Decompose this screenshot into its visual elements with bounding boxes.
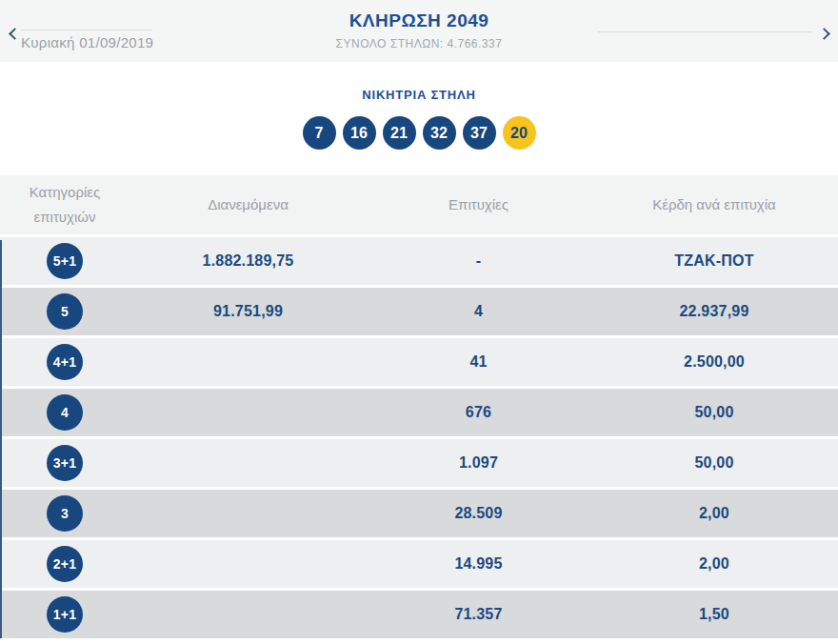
winners-count: 676	[367, 404, 590, 421]
table-row: 328.5092,00	[0, 490, 838, 537]
table-row: 1+171.3571,50	[0, 591, 838, 638]
draw-navigation-bar: Κυριακή 01/09/2019 ΚΛΗΡΩΣΗ 2049 ΣΥΝΟΛΟ Σ…	[0, 0, 838, 62]
winners-count: -	[367, 252, 590, 270]
prize-per-winner: 2.500,00	[590, 353, 838, 371]
chevron-right-icon	[818, 28, 830, 40]
column-header-winners: Επιτυχίες	[367, 192, 590, 217]
joker-draw-results-page: Κυριακή 01/09/2019 ΚΛΗΡΩΣΗ 2049 ΣΥΝΟΛΟ Σ…	[0, 0, 838, 644]
category-badge: 1+1	[47, 596, 83, 633]
winners-count: 14.995	[367, 555, 590, 573]
category-badge: 5+1	[47, 243, 83, 279]
prize-per-winner: 50,00	[590, 454, 838, 472]
distributed-amount: 1.882.189,75	[130, 252, 367, 270]
results-table-header: Κατηγορίες επιτυχιών Διανεμόμενα Επιτυχί…	[0, 175, 838, 234]
table-row: 5+11.882.189,75-ΤΖΑΚ-ΠΟΤ	[0, 237, 838, 285]
winning-column-title: ΝΙΚΗΤΡΙΑ ΣΤΗΛΗ	[0, 62, 838, 102]
category-badge: 5	[47, 293, 83, 330]
number-ball: 37	[463, 116, 496, 150]
category-badge: 3+1	[47, 445, 83, 481]
winners-count: 28.509	[367, 505, 590, 522]
results-table: Κατηγορίες επιτυχιών Διανεμόμενα Επιτυχί…	[0, 175, 838, 638]
draw-title: ΚΛΗΡΩΣΗ 2049	[0, 10, 838, 31]
winners-count: 71.357	[367, 606, 590, 623]
number-ball: 7	[303, 116, 336, 150]
divider-line-right	[598, 31, 811, 32]
winners-count: 41	[367, 353, 590, 371]
prize-per-winner: 50,00	[590, 404, 838, 421]
prize-per-winner: 1,50	[590, 606, 838, 623]
total-columns-label: ΣΥΝΟΛΟ ΣΤΗΛΩΝ: 4.766.337	[0, 37, 838, 50]
results-table-body: 5+11.882.189,75-ΤΖΑΚ-ΠΟΤ591.751,99422.93…	[0, 237, 838, 638]
table-row: 2+114.9952,00	[0, 540, 838, 588]
winners-count: 4	[367, 303, 590, 320]
table-row: 591.751,99422.937,99	[0, 288, 838, 335]
column-header-distributed: Διανεμόμενα	[130, 192, 367, 217]
number-ball: 16	[343, 116, 376, 150]
table-row: 467650,00	[0, 389, 838, 436]
category-badge: 2+1	[47, 546, 83, 582]
number-ball: 21	[383, 116, 416, 150]
bonus-number-ball: 20	[503, 116, 536, 150]
next-draw-button[interactable]	[811, 21, 836, 46]
prize-per-winner: 22.937,99	[590, 303, 838, 320]
winning-column-section: ΝΙΚΗΤΡΙΑ ΣΤΗΛΗ 71621323720	[0, 62, 838, 150]
prize-per-winner: 2,00	[590, 555, 838, 573]
number-ball: 32	[423, 116, 456, 150]
table-row: 3+11.09750,00	[0, 439, 838, 487]
prize-per-winner: ΤΖΑΚ-ΠΟΤ	[590, 252, 838, 270]
category-badge: 3	[47, 495, 83, 532]
column-header-categories: Κατηγορίες επιτυχιών	[0, 180, 130, 230]
winners-count: 1.097	[367, 454, 590, 472]
category-badge: 4	[47, 394, 83, 431]
category-badge: 4+1	[47, 344, 83, 380]
column-header-prize: Κέρδη ανά επιτυχία	[590, 192, 838, 217]
winning-numbers: 71621323720	[0, 116, 838, 150]
distributed-amount: 91.751,99	[130, 303, 367, 320]
table-row: 4+1412.500,00	[0, 338, 838, 386]
prize-per-winner: 2,00	[590, 505, 838, 522]
